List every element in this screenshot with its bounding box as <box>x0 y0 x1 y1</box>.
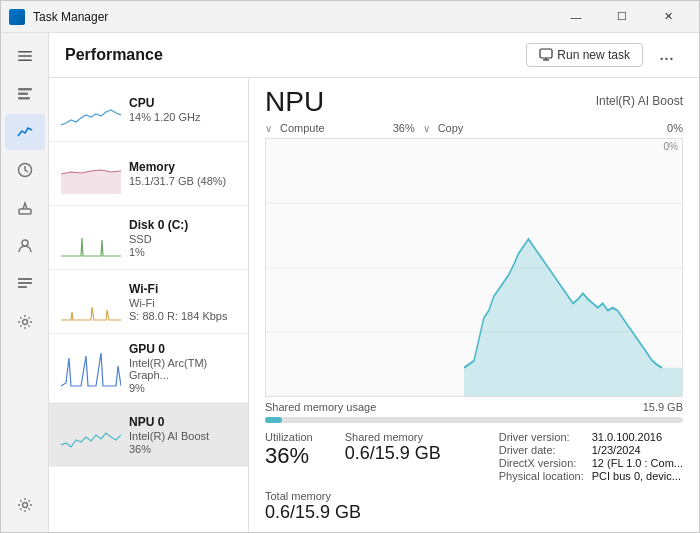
shared-memory-bar <box>265 417 683 423</box>
disk-sub2: 1% <box>129 246 236 258</box>
svg-rect-0 <box>18 51 32 53</box>
svg-rect-2 <box>18 60 32 62</box>
svg-rect-11 <box>18 286 27 288</box>
gpu-sub2: 9% <box>129 382 236 394</box>
sidebar-item-services[interactable] <box>5 304 45 340</box>
npu-sub1: Intel(R) AI Boost <box>129 430 236 442</box>
settings-icon <box>16 496 34 514</box>
svg-rect-7 <box>19 209 31 214</box>
more-icon: ... <box>660 47 675 63</box>
npu-detail-panel: NPU Intel(R) AI Boost ∨ Compute 36% ∨ Co… <box>249 78 699 532</box>
disk-name: Disk 0 (C:) <box>129 218 236 232</box>
svg-rect-3 <box>18 88 32 91</box>
physical-location-value: PCI bus 0, devic... <box>592 470 683 482</box>
chart-labels: ∨ Compute 36% ∨ Copy 0% <box>265 122 683 134</box>
svg-rect-1 <box>18 55 32 57</box>
wifi-sub1: Wi-Fi <box>129 297 236 309</box>
device-list: CPU 14% 1.20 GHz Memo <box>49 78 249 532</box>
shared-memory-fill <box>265 417 282 423</box>
shared-memory-stat-label: Shared memory <box>345 431 441 443</box>
chevron-copy-icon: ∨ <box>423 123 430 134</box>
memory-sparkline <box>61 154 121 194</box>
sidebar-item-menu[interactable] <box>5 38 45 74</box>
device-item-cpu[interactable]: CPU 14% 1.20 GHz <box>49 78 248 142</box>
driver-version-label: Driver version: <box>499 431 584 443</box>
shared-memory-stat: Shared memory 0.6/15.9 GB <box>345 431 441 482</box>
utilization-value: 36% <box>265 443 313 469</box>
svg-rect-10 <box>18 282 32 284</box>
driver-version-value: 31.0.100.2016 <box>592 431 683 443</box>
content-header: Performance Run new task ... <box>49 33 699 78</box>
device-item-npu[interactable]: NPU 0 Intel(R) AI Boost 36% <box>49 403 248 467</box>
cpu-sub: 14% 1.20 GHz <box>129 111 236 123</box>
wifi-sparkline <box>61 282 121 322</box>
services-icon <box>16 313 34 331</box>
directx-value: 12 (FL 1.0 : Com... <box>592 457 683 469</box>
shared-memory-section-label: Shared memory usage <box>265 401 376 413</box>
close-button[interactable]: ✕ <box>645 1 691 33</box>
run-new-task-button[interactable]: Run new task <box>526 43 643 67</box>
device-item-gpu[interactable]: GPU 0 Intel(R) Arc(TM) Graph... 9% <box>49 334 248 403</box>
total-memory-label: Total memory <box>265 490 683 502</box>
npu-info: NPU 0 Intel(R) AI Boost 36% <box>129 415 236 455</box>
device-item-memory[interactable]: Memory 15.1/31.7 GB (48%) <box>49 142 248 206</box>
shared-memory-max: 15.9 GB <box>643 401 683 413</box>
npu-name: NPU 0 <box>129 415 236 429</box>
users-icon <box>16 237 34 255</box>
details-icon <box>16 275 34 293</box>
window-controls: — ☐ ✕ <box>553 1 691 33</box>
compute-percent: 36% <box>393 122 415 134</box>
cpu-sparkline <box>61 90 121 130</box>
sidebar-item-history[interactable] <box>5 152 45 188</box>
gpu-sub1: Intel(R) Arc(TM) Graph... <box>129 357 236 381</box>
driver-date-value: 1/23/2024 <box>592 444 683 456</box>
copy-percent: 0% <box>667 122 683 134</box>
driver-date-label: Driver date: <box>499 444 584 456</box>
npu-chart-svg <box>266 139 682 396</box>
total-memory-value: 0.6/15.9 GB <box>265 502 683 524</box>
sidebar-item-performance[interactable] <box>5 114 45 150</box>
wifi-sub2: S: 88.0 R: 184 Kbps <box>129 310 236 322</box>
header-actions: Run new task ... <box>526 41 683 69</box>
page-title: Performance <box>65 46 526 64</box>
disk-info: Disk 0 (C:) SSD 1% <box>129 218 236 258</box>
wifi-name: Wi-Fi <box>129 282 236 296</box>
svg-point-8 <box>22 240 28 246</box>
sidebar-item-users[interactable] <box>5 228 45 264</box>
history-icon <box>16 161 34 179</box>
sidebar-item-processes[interactable] <box>5 76 45 112</box>
svg-rect-9 <box>18 278 32 280</box>
npu-detail-title: NPU <box>265 86 324 118</box>
sidebar <box>1 33 49 532</box>
npu-sparkline <box>61 415 121 455</box>
svg-rect-5 <box>18 97 30 100</box>
chevron-compute-icon: ∨ <box>265 123 272 134</box>
app-icon <box>9 9 25 25</box>
gpu-info: GPU 0 Intel(R) Arc(TM) Graph... 9% <box>129 342 236 394</box>
sidebar-item-details[interactable] <box>5 266 45 302</box>
wifi-info: Wi-Fi Wi-Fi S: 88.0 R: 184 Kbps <box>129 282 236 322</box>
minimize-button[interactable]: — <box>553 1 599 33</box>
shared-memory-stat-value: 0.6/15.9 GB <box>345 443 441 464</box>
sidebar-bottom <box>1 486 49 532</box>
npu-detail-header: NPU Intel(R) AI Boost <box>265 86 683 118</box>
more-button[interactable]: ... <box>651 41 683 69</box>
processes-icon <box>16 85 34 103</box>
npu-sub2: 36% <box>129 443 236 455</box>
device-item-wifi[interactable]: Wi-Fi Wi-Fi S: 88.0 R: 184 Kbps <box>49 270 248 334</box>
svg-rect-14 <box>540 49 552 58</box>
utilization-stat: Utilization 36% <box>265 431 313 482</box>
sidebar-item-settings[interactable] <box>5 487 45 523</box>
maximize-button[interactable]: ☐ <box>599 1 645 33</box>
main-chart: 0% <box>265 138 683 397</box>
sidebar-item-startup[interactable] <box>5 190 45 226</box>
svg-rect-4 <box>18 93 28 96</box>
device-item-disk[interactable]: Disk 0 (C:) SSD 1% <box>49 206 248 270</box>
run-new-task-label: Run new task <box>557 48 630 62</box>
performance-icon <box>16 123 34 141</box>
svg-marker-17 <box>61 170 121 194</box>
cpu-name: CPU <box>129 96 236 110</box>
npu-detail-subtitle: Intel(R) AI Boost <box>596 86 683 108</box>
cpu-info: CPU 14% 1.20 GHz <box>129 96 236 123</box>
run-task-icon <box>539 48 553 62</box>
